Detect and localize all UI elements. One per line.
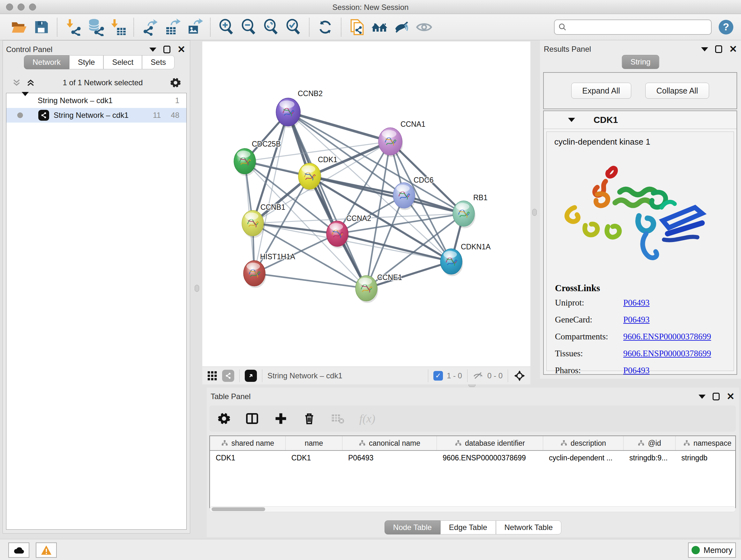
network-label: String Network – cdk1 [54,111,129,120]
network-node-rb1[interactable]: RB1 [453,193,488,228]
table-cell[interactable]: 9606.ENSP00000378699 [437,454,543,462]
expand-all-icon[interactable] [26,78,36,87]
entry-name: CDK1 [594,115,618,125]
node-table[interactable]: shared namenamecanonical namedatabase id… [209,435,736,508]
export-network-icon[interactable] [140,18,159,37]
panel-menu-icon[interactable] [698,395,705,399]
network-node-cdkn1a[interactable]: CDKN1A [441,243,491,276]
crosslink-link[interactable]: P06493 [623,366,650,375]
panel-float-icon[interactable] [713,393,720,400]
collapse-all-button[interactable]: Collapse All [645,83,710,99]
table-settings-gear-icon[interactable] [218,412,230,425]
table-hscrollbar[interactable] [209,506,736,512]
column-header[interactable]: namespace [676,436,736,450]
network-share-view-icon[interactable] [222,370,234,382]
apply-layout-icon[interactable] [316,18,334,37]
help-icon[interactable]: ? [719,20,733,35]
crosslink-row: GeneCard:P06493 [555,315,734,325]
panel-menu-icon[interactable] [701,47,708,51]
gear-icon[interactable] [170,77,181,88]
fit-selected-icon[interactable] [513,369,526,382]
tab-sets[interactable]: Sets [142,55,175,69]
toolbar-separator [341,18,341,37]
crosslink-link[interactable]: P06493 [623,315,650,324]
tab-select[interactable]: Select [104,55,142,69]
glass-ball-icon[interactable] [393,18,411,37]
node-label: CDKN1A [461,243,491,251]
network-collection-row[interactable]: String Network – cdk1 1 [6,93,186,108]
zoom-in-icon[interactable] [217,18,235,37]
column-header[interactable]: canonical name [342,436,437,450]
tab-edge-table[interactable]: Edge Table [441,520,496,535]
column-header[interactable]: name [286,436,342,450]
network-node-ccne1[interactable]: CCNE1 [355,273,402,303]
tab-string[interactable]: String [622,55,659,69]
zoom-fit-icon[interactable] [262,18,280,37]
tree-expand-icon[interactable] [22,96,29,105]
column-header[interactable]: description [543,436,623,450]
toolbar-separator [57,18,57,37]
table-cell[interactable]: cyclin-dependent ... [543,454,623,462]
hidden-eye-icon[interactable] [473,370,483,381]
show-column-icon[interactable] [245,412,259,426]
table-cell[interactable]: P06493 [342,454,437,462]
string-copy-icon[interactable] [348,18,366,37]
results-entry-header[interactable]: CDK1 [544,111,737,129]
export-image-icon[interactable] [185,18,204,37]
control-panel-title: Control Panel [6,45,52,54]
string-home-icon[interactable] [370,18,389,37]
table-row[interactable]: CDK1CDK1P064939606.ENSP00000378699cyclin… [210,451,735,465]
crosslink-link[interactable]: 9606.ENSP00000378699 [623,332,711,341]
search-field[interactable] [554,19,712,35]
table-cell[interactable]: stringdb:9... [623,454,676,462]
crosslink-link[interactable]: 9606.ENSP00000378699 [623,349,711,358]
crosslink-link[interactable]: P06493 [623,298,650,307]
entry-collapse-icon[interactable] [568,118,575,122]
network-row[interactable]: String Network – cdk1 11 48 [6,108,186,123]
network-tree: String Network – cdk1 1 String Network –… [6,93,187,530]
panel-float-icon[interactable] [715,45,722,53]
import-network-file-icon[interactable] [64,18,82,37]
scrollbar-thumb[interactable] [212,507,265,511]
memory-label: Memory [704,546,732,555]
export-table-icon[interactable] [163,18,181,37]
add-column-icon[interactable] [274,412,288,426]
panel-float-icon[interactable] [163,46,171,53]
save-session-icon[interactable] [32,18,51,37]
search-input[interactable] [567,21,708,34]
table-cell[interactable]: CDK1 [210,454,286,462]
birds-eye-view-icon[interactable] [245,370,257,382]
network-canvas[interactable]: CCNB2CCNA1CDC25BCDK1CDC6RB1CCNB1CCNA2CDK… [202,42,530,367]
expand-all-button[interactable]: Expand All [571,83,631,99]
import-network-database-icon[interactable] [86,18,105,37]
table-cell[interactable]: stringdb [676,454,736,462]
tab-network-table[interactable]: Network Table [496,520,562,535]
panel-menu-icon[interactable] [149,48,156,52]
selected-checkbox-icon[interactable]: ✓ [433,371,443,381]
memory-button[interactable]: Memory [688,543,736,558]
eye-icon[interactable] [415,18,433,37]
attribute-type-icon [637,440,645,447]
import-table-icon[interactable] [109,18,127,37]
panel-close-icon[interactable]: ✕ [729,45,737,53]
panel-close-icon[interactable]: ✕ [178,46,185,53]
column-header[interactable]: shared name [210,436,286,450]
delete-column-icon[interactable] [302,412,316,425]
warnings-button[interactable] [36,543,57,558]
tab-node-table[interactable]: Node Table [385,520,441,535]
tab-style[interactable]: Style [69,55,104,69]
splitter-handle[interactable] [532,209,537,216]
open-session-icon[interactable] [10,18,28,37]
column-header[interactable]: @id [623,436,676,450]
cloud-status-button[interactable] [8,543,29,558]
collapse-all-icon[interactable] [12,78,21,87]
zoom-selected-icon[interactable] [284,18,302,37]
tab-network[interactable]: Network [24,55,69,69]
panel-close-icon[interactable]: ✕ [727,393,735,400]
zoom-out-icon[interactable] [239,18,258,37]
column-header[interactable]: database identifier [437,436,543,450]
network-node-hist1h1a[interactable]: HIST1H1A [244,253,295,288]
table-cell[interactable]: CDK1 [286,454,342,462]
grid-view-icon[interactable] [207,370,218,381]
splitter-handle[interactable] [195,285,199,292]
